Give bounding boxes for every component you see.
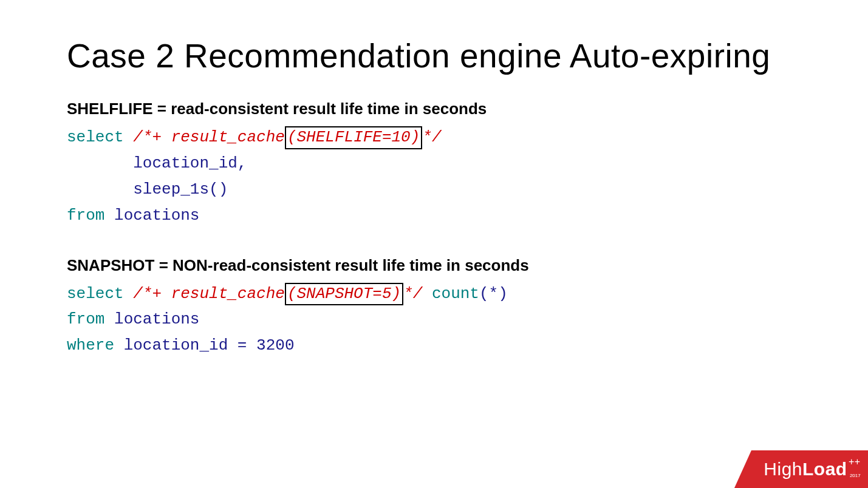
count-arg: (*) xyxy=(479,285,508,303)
hint-comment: /*+ result_cache(SHELFLIFE=10)*/ xyxy=(133,128,441,146)
hint-shelflife-box: (SHELFLIFE=10) xyxy=(285,126,422,149)
where-eq: = xyxy=(228,336,256,354)
where-col: location_id xyxy=(124,336,228,354)
hint-open: /*+ result_cache xyxy=(133,128,285,146)
shelf-life-heading: SHELFLIFE = read-consistent result life … xyxy=(67,100,807,118)
logo-text: HighLoad ++ 2017 xyxy=(764,459,847,480)
highload-logo: HighLoad ++ 2017 xyxy=(734,450,868,488)
hint-open2: /*+ result_cache xyxy=(133,285,285,303)
hint-close2: */ xyxy=(403,285,422,303)
keyword-select2: select xyxy=(67,285,124,303)
slide: Case 2 Recommendation engine Auto-expiri… xyxy=(0,0,868,488)
tbl-locations: locations xyxy=(114,206,199,225)
keyword-count: count xyxy=(432,285,479,303)
hint-snapshot-box: (SNAPSHOT=5) xyxy=(285,283,403,306)
hint-comment2: /*+ result_cache(SNAPSHOT=5)*/ xyxy=(133,285,422,303)
code-block-shelflife: select /*+ result_cache(SHELFLIFE=10)*/ … xyxy=(67,124,807,229)
slide-title: Case 2 Recommendation engine Auto-expiri… xyxy=(67,36,807,75)
keyword-from2: from xyxy=(67,310,104,328)
code-block-snapshot: select /*+ result_cache(SNAPSHOT=5)*/ co… xyxy=(67,281,807,359)
logo-plusplus: ++ xyxy=(849,456,861,467)
hint-close: */ xyxy=(422,128,441,146)
where-val: 3200 xyxy=(256,336,294,354)
keyword-where: where xyxy=(67,336,114,354)
col-location-id: location_id, xyxy=(133,154,247,172)
col-sleep: sleep_1s() xyxy=(133,180,228,198)
logo-high: High xyxy=(764,459,802,479)
keyword-from: from xyxy=(67,206,104,225)
tbl-locations2: locations xyxy=(114,310,199,328)
keyword-select: select xyxy=(67,128,124,146)
logo-load: Load xyxy=(802,459,847,479)
snapshot-heading: SNAPSHOT = NON-read-consistent result li… xyxy=(67,256,807,275)
logo-year: 2017 xyxy=(850,473,861,478)
